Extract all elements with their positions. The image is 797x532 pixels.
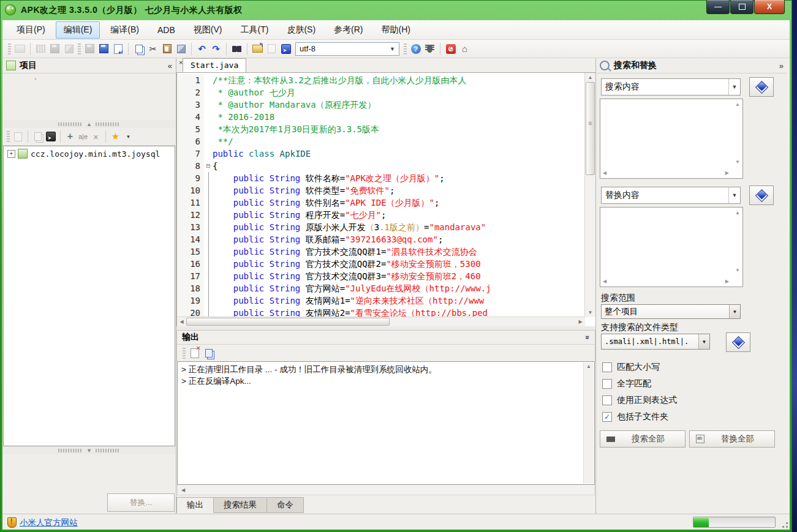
save-as-icon[interactable]	[48, 42, 61, 55]
help-icon[interactable]: ?	[409, 42, 422, 55]
menu-item[interactable]: 编译(B)	[102, 21, 147, 39]
resize-grip[interactable]	[781, 521, 788, 528]
output-horizontal-scrollbar[interactable]: ◀	[177, 485, 595, 495]
close-button[interactable]: X	[754, 0, 785, 14]
search-all-button[interactable]: 搜索全部	[600, 430, 686, 448]
scroll-right-icon[interactable]: ▶	[725, 170, 729, 176]
menu-item[interactable]: 皮肤(S)	[279, 21, 323, 39]
bug-icon[interactable]	[423, 42, 436, 55]
menu-item[interactable]: 编辑(E)	[56, 21, 100, 39]
replace-content-combobox[interactable]: 替换内容 ▼	[601, 187, 741, 204]
bottom-tab[interactable]: 搜索结果	[214, 497, 267, 513]
output-vertical-scrollbar[interactable]: ▲	[583, 362, 594, 484]
menu-item[interactable]: 项目(P)	[9, 21, 53, 39]
scroll-left-icon[interactable]: ◀	[603, 279, 606, 284]
editor-tab-startjava[interactable]: Start.java	[183, 58, 246, 72]
doc-icon[interactable]	[12, 131, 24, 143]
paste-replace-button[interactable]	[749, 185, 774, 205]
delete-icon[interactable]: ×	[90, 131, 102, 143]
fold-margin[interactable]: ⊟	[204, 160, 213, 172]
find-icon[interactable]	[230, 42, 243, 55]
undo-icon[interactable]: ↶	[195, 42, 208, 55]
menu-item[interactable]: 工具(T)	[232, 21, 276, 39]
rename-icon[interactable]: a|e	[77, 131, 89, 143]
output-console[interactable]: > 正在清理旧工作目录 ... - 成功！旧工作目录被清理到系统回收站内。> 正…	[177, 361, 595, 485]
jump-icon[interactable]	[279, 42, 292, 55]
search-content-combobox[interactable]: 搜索内容 ▼	[601, 78, 741, 96]
official-site-link[interactable]: 小米人官方网站	[20, 517, 78, 528]
filetype-select[interactable]: .smali|.xml|.html|. ▼	[601, 334, 710, 350]
menu-item[interactable]: ADB	[149, 22, 183, 38]
scroll-up-icon[interactable]: ▲	[584, 362, 594, 371]
star-dropdown-icon[interactable]: ▼	[123, 131, 134, 143]
chevron-down-icon[interactable]: ▼	[728, 79, 740, 95]
weibo-icon[interactable]	[444, 42, 457, 55]
paste-icon[interactable]	[161, 42, 173, 55]
expand-panel-icon[interactable]: »	[779, 61, 784, 70]
replace-button[interactable]: 替换...	[107, 493, 175, 512]
checkbox[interactable]	[602, 379, 612, 389]
scrollbar-thumb[interactable]	[186, 318, 390, 326]
editor-horizontal-scrollbar[interactable]: ◀ ▶	[177, 317, 585, 326]
copy-log-icon[interactable]	[202, 347, 215, 359]
paste-search-button[interactable]	[749, 77, 774, 97]
keyboard-icon[interactable]	[34, 42, 47, 55]
paste-filetype-button[interactable]	[726, 332, 750, 352]
horizontal-splitter[interactable]: ▲	[2, 120, 176, 128]
project-tree[interactable]: + ccz.locojoy.mini.mt3.joysql	[3, 146, 175, 446]
maximize-button[interactable]	[730, 0, 754, 14]
favorites-star-icon[interactable]: ★	[110, 131, 121, 143]
menu-item[interactable]: 视图(V)	[186, 21, 230, 39]
collapse-panel-icon[interactable]: «	[168, 61, 172, 70]
editor-vertical-scrollbar[interactable]: ▲ ▼	[584, 73, 595, 317]
scroll-left-icon[interactable]: ◀	[603, 170, 606, 176]
home-icon[interactable]: ⌂	[458, 42, 471, 55]
tree-expander-icon[interactable]: +	[7, 150, 15, 158]
scroll-up-icon[interactable]: ▲	[735, 210, 740, 215]
redo-icon[interactable]: ↷	[210, 42, 222, 55]
scroll-up-icon[interactable]: ▲	[735, 102, 740, 107]
copy-icon[interactable]	[132, 42, 145, 55]
save-note-icon[interactable]	[111, 42, 124, 55]
menu-item[interactable]: 帮助(H)	[373, 21, 418, 39]
code-area[interactable]: 1/**注意：本软件从3.2之后推出少月版，自此小米人少月版由本人2 * @au…	[177, 74, 585, 317]
scroll-right-icon[interactable]: ▶	[576, 317, 585, 326]
checkbox[interactable]: ✓	[602, 412, 612, 422]
horizontal-splitter[interactable]: ▼	[2, 446, 176, 454]
scroll-left-icon[interactable]: ◀	[179, 485, 187, 495]
scroll-up-icon[interactable]: ▲	[585, 73, 595, 82]
scroll-right-icon[interactable]: ▶	[725, 279, 729, 284]
search-text-area[interactable]: ▲ ▼ ◀ ▶	[600, 99, 743, 179]
collapse-output-icon[interactable]: »	[584, 335, 592, 340]
folder-import-icon[interactable]	[251, 42, 264, 55]
tree-item[interactable]: + ccz.locojoy.mini.mt3.joysql	[5, 149, 173, 159]
package-blue-icon[interactable]	[175, 42, 187, 55]
replace-text-area[interactable]: ▲ ▼ ◀ ▶	[600, 207, 743, 287]
clear-log-icon[interactable]	[188, 347, 201, 359]
package-icon[interactable]	[62, 42, 75, 55]
bottom-tab[interactable]: 输出	[176, 497, 214, 513]
menu-item[interactable]: 参考(R)	[326, 21, 371, 39]
page-icon[interactable]	[265, 42, 278, 55]
save-all-icon[interactable]	[97, 42, 110, 55]
checkbox[interactable]	[602, 395, 612, 405]
plus-icon[interactable]: +	[64, 131, 76, 143]
open-folder-icon[interactable]	[13, 42, 26, 55]
save-icon[interactable]	[83, 42, 96, 55]
scrollbar-thumb[interactable]	[586, 82, 595, 175]
scroll-down-icon[interactable]: ▼	[585, 308, 595, 317]
scroll-down-icon[interactable]: ▼	[735, 159, 740, 165]
replace-all-button[interactable]: 替换全部	[689, 430, 775, 448]
encoding-combobox[interactable]: utf-8 ▼	[295, 42, 399, 56]
scope-select[interactable]: 整个项目 ▼	[601, 304, 741, 319]
scroll-down-icon[interactable]: ▼	[735, 268, 740, 273]
bottom-tab[interactable]: 命令	[267, 497, 304, 513]
checkbox[interactable]	[602, 362, 612, 372]
cut-icon[interactable]: ✂	[146, 42, 159, 55]
dark-doc-icon[interactable]	[45, 131, 56, 143]
doc-copy-icon[interactable]	[32, 131, 43, 143]
chevron-down-icon[interactable]: ▼	[728, 187, 740, 203]
scroll-left-icon[interactable]: ◀	[177, 317, 186, 326]
minimize-button[interactable]: —	[706, 0, 730, 14]
code-editor[interactable]: 1/**注意：本软件从3.2之后推出少月版，自此小米人少月版由本人2 * @au…	[176, 73, 595, 326]
